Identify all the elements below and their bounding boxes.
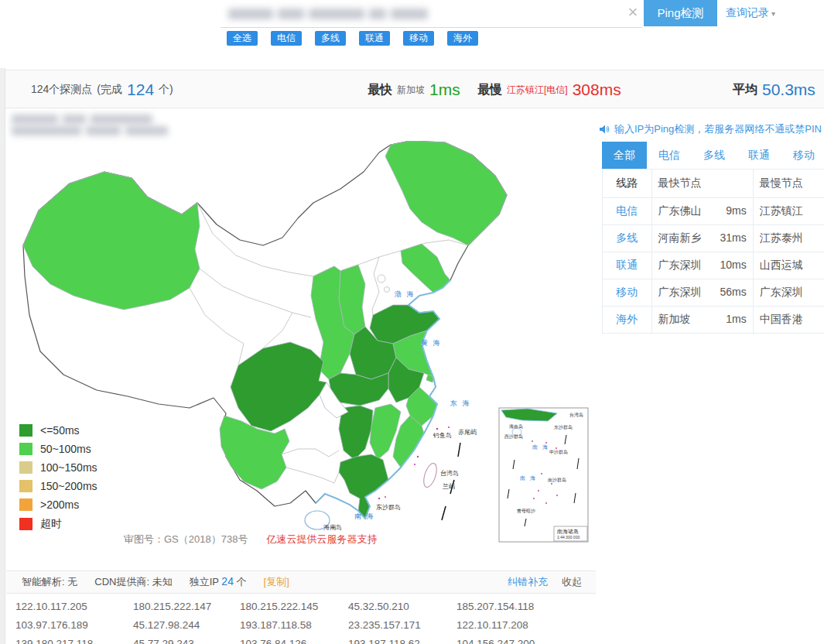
line-filter-group: 全选 电信 多线 联通 移动 海外 bbox=[227, 31, 478, 46]
filter-unicom-button[interactable]: 联通 bbox=[359, 31, 390, 46]
ip-unit: 个 bbox=[237, 576, 247, 587]
query-history-dropdown[interactable]: 查询记录▾ bbox=[726, 6, 775, 20]
fast-ms: 56ms bbox=[720, 286, 747, 298]
slow-node: 中国香港 bbox=[753, 307, 824, 334]
cdn-label: CDN提供商: bbox=[94, 576, 149, 587]
ip-item: 103.97.176.189 bbox=[15, 619, 133, 631]
fast-ms: 9ms bbox=[726, 204, 746, 217]
legend-label: 150~200ms bbox=[40, 480, 97, 492]
line-name: 多线 bbox=[603, 225, 652, 252]
sponsor-link[interactable]: 亿速云提供云服务器支持 bbox=[266, 533, 377, 546]
collapse-link[interactable]: 收起 bbox=[562, 575, 582, 589]
copy-ips-link[interactable]: [复制] bbox=[264, 575, 289, 589]
latency-legend: <=50ms 50~100ms 100~150ms 150~200ms >200… bbox=[19, 424, 97, 537]
resolve-value: 无 bbox=[67, 576, 77, 587]
stats-bar: 124个探测点 (完成124个) 最快 新加坡 1ms 最慢 江苏镇江[电信] … bbox=[5, 70, 824, 108]
inset-label-hainan: 海南岛 bbox=[509, 424, 523, 429]
ip-item: 122.10.117.205 bbox=[15, 601, 133, 612]
legend-label: 超时 bbox=[40, 517, 62, 531]
ip-item: 45.77.29.243 bbox=[133, 638, 240, 644]
legend-item: 100~150ms bbox=[19, 461, 97, 474]
sea-label-huanghai: 黄 海 bbox=[421, 339, 442, 347]
cdn-value: 未知 bbox=[152, 576, 173, 587]
line-name: 移动 bbox=[603, 279, 652, 307]
inset-sea-label-2: 南 海 bbox=[520, 475, 537, 481]
probe-count-stat: 124个探测点 (完成124个) bbox=[31, 70, 173, 109]
fastest-value: 1ms bbox=[429, 80, 460, 99]
label-lanyu: 兰屿 bbox=[443, 482, 455, 490]
ip-item: 139.180.217.118 bbox=[15, 638, 133, 644]
legend-item: <=50ms bbox=[19, 424, 97, 437]
slow-node: 江苏泰州 bbox=[753, 225, 824, 252]
fastest-node: 新加坡 bbox=[397, 84, 425, 97]
table-row: 电信 广东佛山9ms 江苏镇江 bbox=[603, 198, 824, 225]
legend-item: 150~200ms bbox=[19, 480, 97, 492]
legend-swatch-50-100 bbox=[19, 443, 32, 455]
probe-done-prefix: (完成 bbox=[97, 83, 122, 97]
tab-mobile[interactable]: 移动 bbox=[781, 142, 824, 169]
filter-all-button[interactable]: 全选 bbox=[227, 31, 258, 46]
average-label: 平均 bbox=[733, 82, 757, 98]
legend-item: 50~100ms bbox=[19, 443, 97, 455]
ping-target-input[interactable] bbox=[221, 2, 642, 28]
fast-node: 广东佛山 bbox=[658, 204, 702, 217]
filter-multiline-button[interactable]: 多线 bbox=[315, 31, 346, 46]
filter-telecom-button[interactable]: 电信 bbox=[271, 31, 302, 46]
ip-item: 180.215.222.147 bbox=[133, 601, 240, 612]
probe-count-label: 124个探测点 bbox=[31, 83, 92, 97]
legend-swatch-le50 bbox=[19, 424, 32, 437]
slowest-node: 江苏镇江[电信] bbox=[507, 84, 568, 97]
table-row: 移动 广东深圳56ms 广东深圳 bbox=[603, 279, 824, 307]
slow-node: 山西运城 bbox=[753, 252, 824, 279]
ip-item: 180.215.222.145 bbox=[240, 601, 348, 612]
ping-check-button[interactable]: Ping检测 bbox=[644, 0, 717, 26]
ip-list: 122.10.117.205 180.215.222.147 180.215.2… bbox=[15, 601, 592, 644]
fast-ms: 31ms bbox=[720, 231, 747, 244]
inset-label-nansha: 南沙群岛 bbox=[548, 478, 566, 483]
slowest-stat: 最慢 江苏镇江[电信] 308ms bbox=[477, 70, 621, 109]
sea-label-donghai: 东 海 bbox=[450, 399, 471, 407]
map-license-number: 审图号：GS（2018）738号 bbox=[124, 533, 248, 546]
fast-node: 广东深圳 bbox=[658, 259, 702, 271]
inset-label-dongsha: 东沙群岛 bbox=[554, 424, 573, 430]
inset-label-zhongsha: 中沙群岛 bbox=[549, 450, 568, 455]
tab-unicom[interactable]: 联通 bbox=[737, 142, 781, 169]
fast-node: 广东深圳 bbox=[658, 286, 702, 298]
slow-node: 广东深圳 bbox=[753, 279, 824, 307]
tab-all[interactable]: 全部 bbox=[602, 142, 647, 169]
tab-multiline[interactable]: 多线 bbox=[692, 142, 737, 169]
ip-item: 185.207.154.118 bbox=[456, 601, 569, 612]
inset-label-zengmu: 曾母暗沙 bbox=[517, 508, 535, 514]
ip-item: 193.187.118.62 bbox=[348, 638, 456, 644]
sea-label-nanhai: 南 海 bbox=[354, 512, 375, 520]
ping-notice-text: 输入IP为Ping检测，若服务器网络不通或禁PIN bbox=[614, 122, 822, 136]
legend-label: 50~100ms bbox=[40, 443, 91, 455]
filter-mobile-button[interactable]: 移动 bbox=[403, 31, 434, 46]
chevron-down-icon: ▾ bbox=[771, 9, 775, 18]
label-taiwan: 台湾岛 bbox=[440, 470, 459, 477]
clear-input-icon[interactable]: × bbox=[623, 2, 643, 22]
line-tabs: 全部 电信 多线 联通 移动 bbox=[602, 142, 824, 169]
blurred-query-text bbox=[228, 9, 428, 19]
label-hainan: 海南岛 bbox=[323, 524, 342, 531]
legend-swatch-gt200 bbox=[19, 498, 32, 511]
label-diaoyu: 钓鱼岛 bbox=[433, 432, 452, 439]
ip-item: 103.76.84.126 bbox=[240, 638, 348, 644]
boundary-dashes bbox=[442, 443, 460, 520]
ip-item: 45.32.50.210 bbox=[348, 601, 456, 612]
dns-info-bar: 智能解析: 无 CDN提供商: 未知 独立IP 24 个 [复制] 纠错补充 收… bbox=[6, 570, 596, 594]
correction-link[interactable]: 纠错补充 bbox=[508, 575, 548, 589]
ip-label: 独立IP bbox=[190, 576, 219, 587]
fast-node: 河南新乡 bbox=[658, 231, 702, 244]
table-row: 多线 河南新乡31ms 江苏泰州 bbox=[603, 225, 824, 252]
tab-telecom[interactable]: 电信 bbox=[647, 142, 692, 169]
legend-label: <=50ms bbox=[40, 424, 80, 437]
fast-slow-table: 线路 最快节点 最慢节点 电信 广东佛山9ms 江苏镇江 多线 河南新乡31ms… bbox=[602, 169, 824, 334]
table-row: 联通 广东深圳10ms 山西运城 bbox=[603, 252, 824, 279]
filter-overseas-button[interactable]: 海外 bbox=[447, 31, 478, 46]
ping-test-page: × Ping检测 查询记录▾ 全选 电信 多线 联通 移动 海外 124个探测点… bbox=[0, 0, 824, 644]
legend-swatch-150-200 bbox=[19, 480, 32, 492]
resolve-label: 智能解析: bbox=[22, 576, 65, 587]
ip-item: 104.156.247.200 bbox=[456, 638, 569, 644]
fastest-stat: 最快 新加坡 1ms bbox=[368, 70, 460, 109]
